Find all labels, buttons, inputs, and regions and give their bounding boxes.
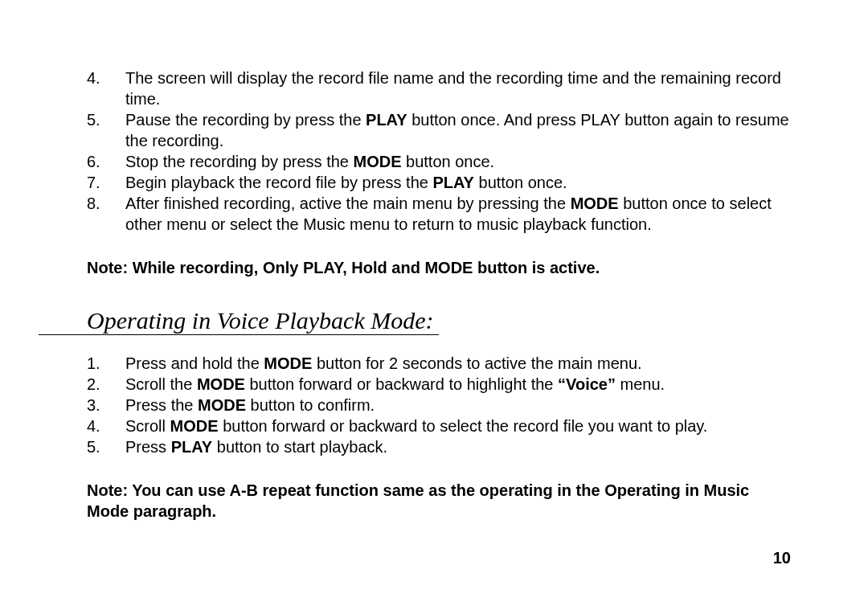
list-item-text: Begin playback the record file by press …	[125, 172, 794, 193]
list-item-text: Press the MODE button to confirm.	[125, 395, 794, 415]
list-item: 4.The screen will display the record fil…	[87, 68, 794, 109]
list-item-text: Press PLAY button to start playback.	[125, 436, 794, 457]
page-number: 10	[773, 549, 791, 567]
list-item-number: 4.	[87, 415, 125, 436]
list-item-text: The screen will display the record file …	[125, 68, 794, 109]
list-item: 5.Press PLAY button to start playback.	[87, 436, 794, 457]
list-item: 6.Stop the recording by press the MODE b…	[87, 151, 794, 172]
list-item-number: 7.	[87, 172, 125, 193]
list-item-text: Stop the recording by press the MODE but…	[125, 151, 794, 172]
list-item-number: 8.	[87, 193, 125, 235]
voice-playback-steps-list: 1.Press and hold the MODE button for 2 s…	[87, 353, 794, 457]
list-item-text: Pause the recording by press the PLAY bu…	[125, 109, 794, 151]
list-item-number: 5.	[87, 109, 125, 151]
list-item: 5.Pause the recording by press the PLAY …	[87, 109, 794, 151]
document-page: 4.The screen will display the record fil…	[0, 0, 868, 614]
list-item-text: Scroll the MODE button forward or backwa…	[125, 374, 794, 395]
list-item-number: 1.	[87, 353, 125, 374]
list-item-number: 3.	[87, 395, 125, 415]
voice-playback-heading: Operating in Voice Playback Mode:	[39, 307, 439, 335]
list-item: 4.Scroll MODE button forward or backward…	[87, 415, 794, 436]
list-item: 7.Begin playback the record file by pres…	[87, 172, 794, 193]
list-item-number: 4.	[87, 68, 125, 109]
list-item-number: 5.	[87, 436, 125, 457]
list-item-text: Press and hold the MODE button for 2 sec…	[125, 353, 794, 374]
list-item: 1.Press and hold the MODE button for 2 s…	[87, 353, 794, 374]
list-item: 3.Press the MODE button to confirm.	[87, 395, 794, 415]
list-item: 8.After finished recording, active the m…	[87, 193, 794, 235]
list-item-text: Scroll MODE button forward or backward t…	[125, 415, 794, 436]
list-item-text: After finished recording, active the mai…	[125, 193, 794, 235]
recording-steps-list: 4.The screen will display the record fil…	[87, 68, 794, 235]
list-item: 2.Scroll the MODE button forward or back…	[87, 374, 794, 395]
list-item-number: 2.	[87, 374, 125, 395]
list-item-number: 6.	[87, 151, 125, 172]
playback-note: Note: You can use A-B repeat function sa…	[87, 480, 794, 522]
recording-note: Note: While recording, Only PLAY, Hold a…	[87, 257, 794, 278]
